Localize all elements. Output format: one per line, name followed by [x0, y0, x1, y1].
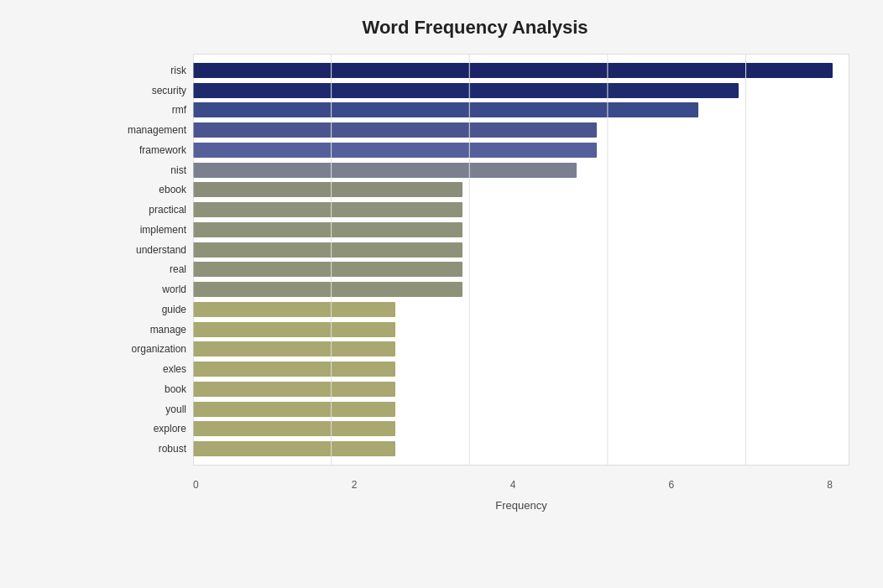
x-axis-label: Frequency: [193, 499, 849, 512]
bar-fill: [193, 421, 395, 436]
bar-fill: [193, 302, 395, 317]
bar-row: [193, 82, 833, 99]
bar-label: framework: [101, 142, 193, 159]
bar-fill: [193, 402, 395, 417]
x-tick: 0: [193, 479, 199, 491]
bar-label: manage: [101, 321, 193, 338]
bar-row: [193, 142, 833, 159]
bar-row: [193, 221, 833, 238]
bar-label: understand: [101, 242, 193, 258]
x-tick: 6: [668, 479, 674, 491]
bar-fill: [193, 242, 462, 258]
bar-label: nist: [101, 162, 193, 179]
x-tick: 4: [510, 479, 516, 491]
bar-label: youll: [101, 401, 193, 418]
bar-row: [193, 101, 833, 118]
bar-fill: [193, 341, 395, 356]
bar-fill: [193, 122, 597, 138]
bar-row: [193, 242, 833, 258]
bar-row: [193, 201, 833, 218]
bar-label: rmf: [101, 101, 193, 118]
bar-label: organization: [101, 341, 193, 357]
bar-label: security: [101, 82, 193, 99]
bar-label: ebook: [101, 181, 193, 198]
bar-label: management: [101, 122, 193, 138]
bar-fill: [193, 83, 739, 98]
bar-row: [193, 440, 833, 457]
bar-label: explore: [101, 420, 193, 437]
bar-row: [193, 261, 833, 278]
bar-row: [193, 122, 833, 138]
bar-fill: [193, 202, 462, 217]
chart-container: Word Frequency Analysis risksecurityrmfm…: [0, 0, 883, 588]
bar-row: [193, 381, 833, 398]
bar-row: [193, 420, 833, 437]
bar-fill: [193, 362, 395, 377]
chart-title: Word Frequency Analysis: [101, 17, 849, 39]
bar-fill: [193, 63, 833, 78]
bar-fill: [193, 143, 597, 158]
bar-label: real: [101, 261, 193, 278]
bar-fill: [193, 163, 577, 178]
bar-label: exles: [101, 361, 193, 377]
bar-label: book: [101, 381, 193, 398]
bar-row: [193, 181, 833, 198]
bar-label: risk: [101, 62, 193, 79]
bar-label: robust: [101, 440, 193, 457]
bar-row: [193, 321, 833, 338]
bar-fill: [193, 441, 395, 456]
bar-fill: [193, 182, 462, 197]
bar-row: [193, 301, 833, 318]
bar-fill: [193, 322, 395, 337]
bar-label: practical: [101, 201, 193, 218]
x-tick: 2: [352, 479, 358, 491]
bar-row: [193, 162, 833, 179]
bar-row: [193, 62, 833, 79]
bar-label: world: [101, 281, 193, 298]
bar-label: implement: [101, 221, 193, 238]
bar-row: [193, 361, 833, 377]
bar-row: [193, 401, 833, 418]
bar-fill: [193, 222, 462, 237]
bar-fill: [193, 102, 698, 117]
bar-label: guide: [101, 301, 193, 318]
bar-row: [193, 341, 833, 357]
x-tick: 8: [827, 479, 833, 491]
bar-fill: [193, 262, 462, 277]
bar-fill: [193, 282, 462, 297]
bar-row: [193, 281, 833, 298]
bar-fill: [193, 382, 395, 397]
